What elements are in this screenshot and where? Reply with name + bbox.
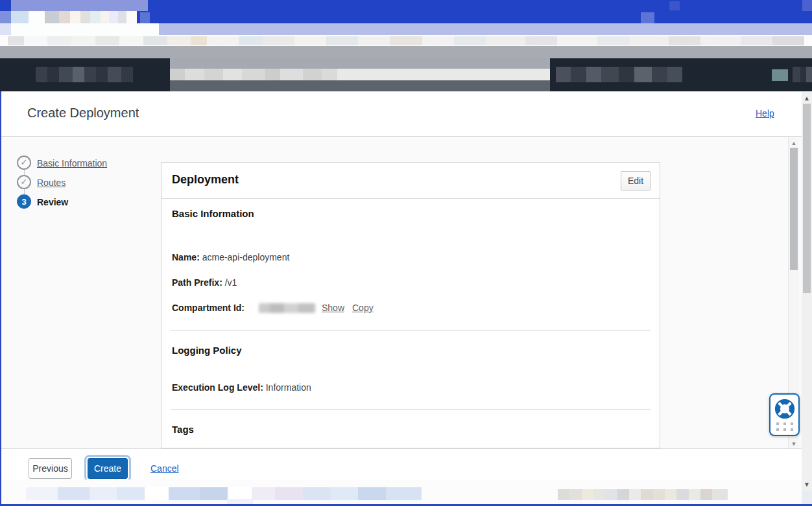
- step-link-routes[interactable]: Routes: [37, 178, 66, 188]
- browser-scrollbar-down-icon[interactable]: ▼: [802, 481, 812, 488]
- create-button-focus-ring: Create: [84, 455, 131, 482]
- inner-scrollbar-down-icon[interactable]: ▼: [789, 441, 799, 447]
- previous-button[interactable]: Previous: [29, 458, 72, 479]
- compartment-row: Compartment Id:: [172, 303, 245, 313]
- name-label: Name:: [172, 252, 200, 262]
- step-label-review: Review: [37, 197, 68, 207]
- step-link-basic-information[interactable]: Basic Information: [37, 158, 107, 168]
- step-connector: [24, 170, 25, 175]
- browser-tab-content-blur: [11, 11, 137, 23]
- help-link[interactable]: Help: [756, 108, 774, 119]
- console-header-blur-block: [793, 67, 812, 82]
- path-prefix-value: /v1: [225, 277, 237, 288]
- step-circle-routes[interactable]: ✓: [17, 175, 31, 189]
- section-divider: [171, 409, 651, 410]
- window-frame-bottom: [0, 504, 812, 506]
- new-tab-button-blur: [140, 12, 150, 23]
- tabstrip-blur-block: [0, 11, 11, 23]
- browser-scrollbar-thumb[interactable]: [803, 104, 811, 293]
- inner-scrollbar-up-icon[interactable]: ▲: [789, 140, 799, 146]
- window-frame-left: [0, 91, 1, 506]
- section-heading-basic-information: Basic Information: [172, 208, 254, 219]
- bookmarks-blur-block: [11, 23, 159, 35]
- console-header-blur-block: [36, 67, 133, 82]
- console-header-blur-block: [772, 69, 788, 81]
- dots-grid-icon: [776, 422, 795, 431]
- page-title: Create Deployment: [27, 106, 139, 121]
- inner-scrollbar-thumb[interactable]: [790, 148, 798, 270]
- floating-help-widget[interactable]: [769, 393, 800, 436]
- show-link[interactable]: Show: [322, 303, 344, 313]
- background-blur-block: [802, 491, 812, 504]
- execution-log-level-row: Execution Log Level: Information: [172, 382, 311, 393]
- edit-button[interactable]: Edit: [621, 171, 651, 190]
- name-row: Name: acme-api-deployment: [172, 252, 289, 262]
- check-icon: ✓: [21, 157, 28, 167]
- background-blur-block: [227, 499, 253, 504]
- path-prefix-row: Path Prefix: /v1: [172, 277, 237, 288]
- step-circle-review: 3: [17, 194, 31, 209]
- execution-log-level-label: Execution Log Level:: [172, 382, 263, 393]
- console-header-blur-strip: [170, 69, 550, 80]
- console-header-blur-strip: [170, 80, 550, 91]
- console-header-blur-strip: [170, 58, 550, 69]
- section-heading-logging-policy: Logging Policy: [172, 345, 242, 356]
- create-button[interactable]: Create: [88, 458, 128, 479]
- review-card-title: Deployment: [172, 173, 239, 187]
- copy-link[interactable]: Copy: [352, 303, 374, 313]
- step-connector: [24, 189, 25, 194]
- console-header-blur-block: [556, 67, 682, 82]
- tabstrip-blur-block: [641, 12, 654, 23]
- check-icon: ✓: [21, 177, 28, 187]
- titlebar-blur-block: [802, 0, 812, 12]
- review-card: Deployment Edit Basic Information Name: …: [161, 162, 660, 448]
- section-heading-tags: Tags: [172, 424, 194, 435]
- background-blur-blocks: [26, 487, 422, 500]
- browser-scrollbar-up-icon[interactable]: ▲: [802, 95, 812, 102]
- titlebar-blur-block: [669, 1, 680, 10]
- execution-log-level-value: Information: [266, 382, 311, 393]
- address-bar-blur-blocks: [8, 36, 804, 45]
- compartment-label: Compartment Id:: [172, 303, 245, 313]
- background-blur-blocks: [558, 489, 728, 500]
- chrome-gray-band: [0, 46, 812, 58]
- browser-active-tab-blur: [11, 0, 148, 12]
- cancel-link[interactable]: Cancel: [150, 463, 179, 474]
- compartment-id-redacted-value: [259, 303, 315, 313]
- step-circle-basic-information[interactable]: ✓: [17, 156, 31, 170]
- bookmarks-blur-block: [0, 23, 11, 35]
- path-prefix-label: Path Prefix:: [172, 277, 222, 288]
- name-value: acme-api-deployment: [202, 252, 290, 262]
- life-ring-icon: [774, 398, 796, 420]
- section-divider: [171, 330, 651, 330]
- screen: Create Deployment Help ✓ ✓ 3 Basic Infor…: [0, 0, 812, 508]
